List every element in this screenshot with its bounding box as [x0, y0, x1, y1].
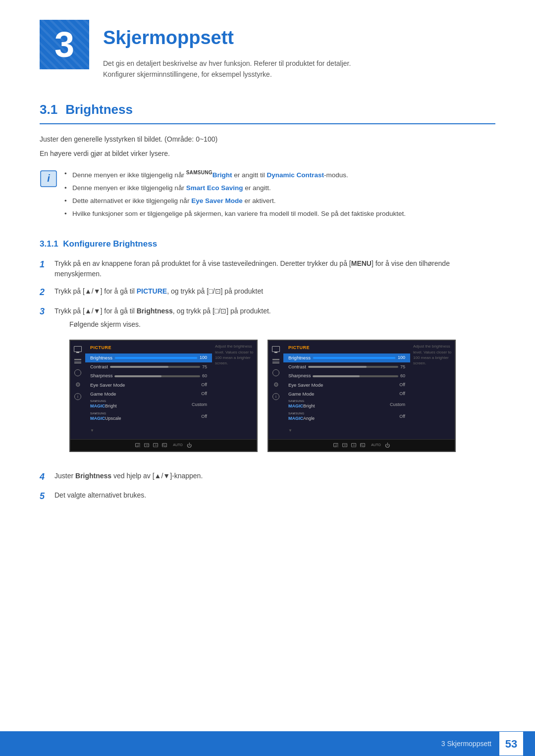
chapter-desc2: Konfigurer skjerminnstillingene, for eks… [103, 69, 351, 80]
gear-icon-2: ⚙ [271, 380, 280, 389]
section-intro2: En høyere verdi gjør at bildet virker ly… [40, 149, 495, 159]
svg-text:i: i [47, 173, 50, 184]
btn-power-1: ⏻ [187, 442, 192, 449]
arrow-icon-1 [73, 368, 82, 377]
menu-row-eyesaver-2: Eye Saver Mode Off [283, 381, 410, 390]
menu-row-contrast-1: Contrast 75 [85, 362, 212, 371]
screen-side-note-1: Adjust the brightness level. Values clos… [212, 341, 257, 439]
menu-row-brightness-2: Brightness 100 [283, 353, 410, 362]
screen-menu-title-1: PICTURE [85, 344, 212, 353]
section-title: Brightness [65, 100, 133, 119]
menu-row-sharpness-2: Sharpness 60 [283, 371, 410, 380]
btn-up-2: ▲ [351, 443, 356, 447]
menu-row-magicupscale-1: SAMSUNG MAGICUpscale Off [85, 411, 212, 423]
menu-row-magicbright-1: SAMSUNG MAGICBright Custom [85, 399, 212, 411]
chapter-number: 3 [40, 20, 89, 69]
screen-menu-2: PICTURE Brightness 100 [283, 341, 410, 439]
chapter-header: 3 Skjermoppsett Det gis en detaljert bes… [40, 20, 495, 80]
monitor-icon-1 [73, 345, 82, 353]
note-item-3: Dette alternativet er ikke tilgjengelig … [64, 196, 406, 206]
note-item-1: Denne menyen er ikke tilgjengelig når SA… [64, 169, 406, 180]
step-3-sub: Følgende skjerm vises. [69, 319, 495, 330]
note-item-2: Denne menyen er ikke tilgjengelig når Sm… [64, 183, 406, 193]
section-number: 3.1 [40, 100, 57, 119]
note-item-4: Hvilke funksjoner som er tilgjengelige p… [64, 209, 406, 219]
screen-left-icons-1: ⚙ i [70, 341, 85, 439]
menu-row-gamemode-1: Game Mode Off [85, 390, 212, 399]
menu-row-gamemode-2: Game Mode Off [283, 390, 410, 399]
footer-chapter-label: 3 Skjermoppsett [441, 739, 491, 749]
info-icon-1: i [73, 392, 82, 401]
menu-row-magicbright-2: SAMSUNG MAGICBright Custom [283, 399, 410, 411]
monitor-icon-2 [271, 345, 280, 353]
btn-right-1: ► [162, 443, 167, 447]
step-3: 3 Trykk på [▲/▼] for å gå til Brightness… [40, 305, 495, 464]
step-5: 5 Det valgte alternativet brukes. [40, 490, 495, 503]
btn-up-1: ▲ [153, 443, 158, 447]
screens-row: ⚙ i PICTURE B [69, 340, 495, 452]
lines-icon-2 [271, 356, 280, 365]
info-icon-2: i [271, 392, 280, 401]
footer-page-number: 53 [499, 732, 523, 756]
btn-power-2: ⏻ [385, 442, 390, 449]
screen-menu-1: PICTURE Brightness 100 [85, 341, 212, 439]
chapter-title: Skjermoppsett [103, 24, 351, 52]
note-list: Denne menyen er ikke tilgjengelig når SA… [64, 169, 406, 222]
screen-side-note-2: Adjust the brightness level. Values clos… [410, 341, 455, 439]
btn-right-2: ► [360, 443, 365, 447]
note-icon: i [40, 170, 57, 188]
btn-auto-2: AUTO [371, 443, 380, 448]
menu-row-sharpness-1: Sharpness 60 [85, 371, 212, 380]
gear-icon-1: ⚙ [73, 380, 82, 389]
screen-bottom-2: ◄ ▼ ▲ ► AUTO ⏻ [268, 439, 455, 451]
btn-auto-1: AUTO [173, 443, 182, 448]
btn-left-1: ◄ [135, 443, 140, 447]
menu-row-contrast-2: Contrast 75 [283, 362, 410, 371]
menu-row-brightness-1: Brightness 100 [85, 353, 212, 362]
section-body: Juster den generelle lysstyrken til bild… [40, 134, 495, 159]
screen-mockup-1: ⚙ i PICTURE B [69, 340, 258, 452]
steps-list: 1 Trykk på en av knappene foran på produ… [40, 258, 495, 503]
screen-mockup-2: ⚙ i PICTURE Brightness [268, 340, 456, 452]
screen-menu-title-2: PICTURE [283, 344, 410, 353]
lines-icon-1 [73, 356, 82, 365]
chapter-title-area: Skjermoppsett Det gis en detaljert beskr… [103, 20, 351, 80]
btn-left-2: ◄ [333, 443, 338, 447]
subsection-title: 3.1.1 Konfigurere Brightness [40, 238, 495, 251]
btn-down-2: ▼ [342, 443, 347, 447]
section-intro1: Juster den generelle lysstyrken til bild… [40, 134, 495, 145]
chapter-desc1: Det gis en detaljert beskrivelse av hver… [103, 58, 351, 69]
btn-down-1: ▼ [144, 443, 149, 447]
menu-row-magicangle-2: SAMSUNG MAGICAngle Off [283, 411, 410, 423]
step-2: 2 Trykk på [▲/▼] for å gå til PICTURE, o… [40, 286, 495, 299]
note-box: i Denne menyen er ikke tilgjengelig når … [40, 169, 495, 222]
page-content: 3 Skjermoppsett Det gis en detaljert bes… [0, 0, 535, 559]
screen-bottom-1: ◄ ▼ ▲ ► AUTO ⏻ [70, 439, 257, 451]
section-header: 3.1 Brightness [40, 100, 495, 124]
page-footer: 3 Skjermoppsett 53 [0, 731, 535, 756]
step-4: 4 Juster Brightness ved hjelp av [▲/▼]-k… [40, 471, 495, 483]
step-1: 1 Trykk på en av knappene foran på produ… [40, 258, 495, 279]
menu-row-eyesaver-1: Eye Saver Mode Off [85, 381, 212, 390]
screen-left-icons-2: ⚙ i [268, 341, 283, 439]
arrow-icon-2 [271, 368, 280, 377]
